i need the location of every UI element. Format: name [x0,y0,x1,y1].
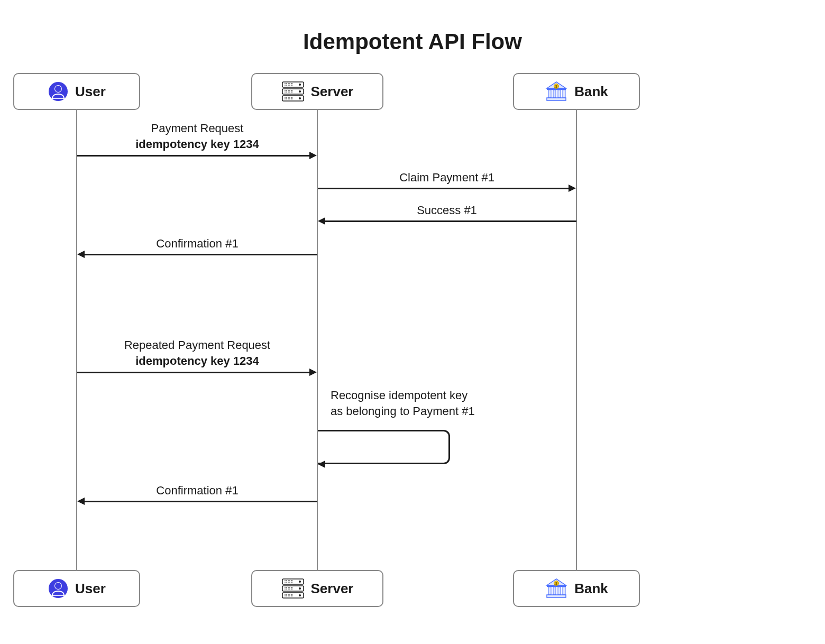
user-icon [48,578,69,599]
page-title: Idempotent API Flow [0,0,825,70]
svg-point-37 [299,594,301,596]
svg-point-35 [299,581,301,583]
svg-rect-41 [558,587,561,595]
msg-confirmation-2-arrow [85,501,317,502]
svg-point-13 [299,90,301,93]
msg-confirmation-1-arrow [85,254,317,255]
svg-rect-18 [558,90,561,98]
svg-point-36 [299,587,301,590]
sequence-diagram: User Server [0,70,825,641]
server-icon [281,578,305,599]
msg-claim-payment-label: Claim Payment #1 [317,170,576,186]
user-label-top: User [75,84,106,100]
svg-point-25 [55,583,61,589]
server-icon [281,81,305,102]
bank-participant-bottom: $ Bank [513,570,640,607]
msg-payment-request-label: Payment Request idempotency key 1234 [77,121,317,152]
svg-point-12 [299,84,301,86]
bank-label-bottom: Bank [574,581,608,597]
svg-rect-20 [547,98,566,100]
user-icon [48,81,69,102]
svg-rect-16 [548,90,551,98]
msg-confirmation-2-label: Confirmation #1 [77,483,317,499]
msg-success-arrow [325,220,576,222]
bank-icon: $ [545,81,568,102]
arrow-head [309,152,317,159]
server-participant-bottom: Server [251,570,383,607]
arrow-head [569,185,576,192]
msg-recognise-key-label: Recognise idempotent key as belonging to… [331,388,475,419]
svg-rect-19 [563,90,565,98]
server-label-bottom: Server [311,581,354,597]
user-label-bottom: User [75,581,106,597]
bank-label-top: Bank [574,84,608,100]
svg-text:$: $ [555,85,557,89]
svg-rect-43 [547,595,566,597]
svg-text:$: $ [555,582,557,586]
user-participant-bottom: User [13,570,140,607]
msg-repeated-request-label: Repeated Payment Request idempotency key… [77,337,317,369]
bank-icon: $ [545,578,568,599]
msg-payment-request-arrow [77,155,310,157]
msg-confirmation-1-label: Confirmation #1 [77,236,317,252]
arrow-head [309,369,317,376]
svg-rect-40 [553,587,556,595]
arrow-head [318,217,325,225]
msg-claim-payment-arrow [318,188,569,189]
msg-recognise-key-loop [318,430,450,464]
msg-repeated-request-arrow [77,372,310,373]
svg-rect-39 [548,587,551,595]
svg-rect-17 [553,90,556,98]
arrow-head [77,498,85,505]
arrow-head [318,461,325,468]
server-participant-top: Server [251,73,383,110]
arrow-head [77,251,85,258]
server-label-top: Server [311,84,354,100]
msg-success-label: Success #1 [317,203,576,218]
svg-rect-42 [563,587,565,595]
svg-point-2 [55,86,61,92]
svg-point-14 [299,97,301,99]
user-participant-top: User [13,73,140,110]
bank-participant-top: $ Bank [513,73,640,110]
